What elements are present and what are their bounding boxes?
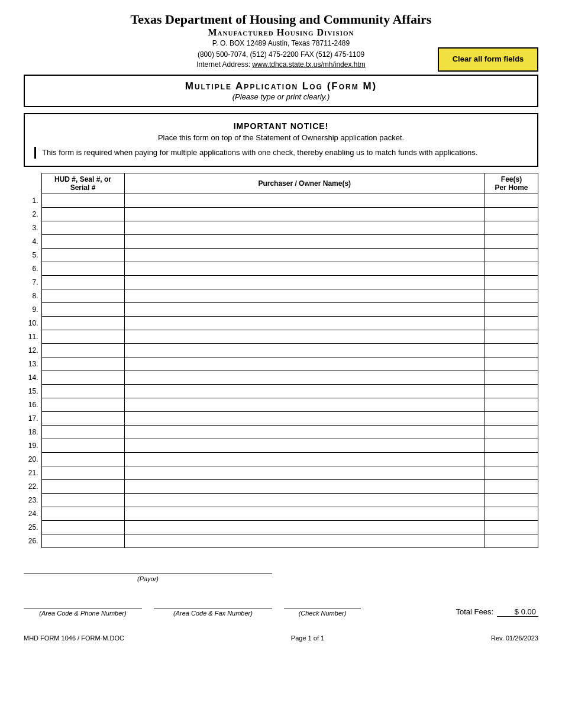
hud-input[interactable] (45, 223, 121, 233)
fee-cell (485, 520, 538, 534)
fee-input[interactable] (488, 508, 535, 519)
fee-input[interactable] (488, 400, 535, 410)
fee-input[interactable] (488, 304, 535, 315)
owner-name-input[interactable] (128, 345, 482, 356)
hud-input[interactable] (45, 468, 121, 478)
owner-name-input[interactable] (128, 372, 482, 383)
owner-name-input[interactable] (128, 508, 482, 519)
owner-name-input[interactable] (128, 413, 482, 424)
fee-input[interactable] (488, 236, 535, 247)
row-number: 3. (24, 221, 41, 234)
owner-name-input[interactable] (128, 318, 482, 328)
owner-name-input[interactable] (128, 195, 482, 206)
hud-input[interactable] (45, 250, 121, 260)
hud-input[interactable] (45, 236, 121, 247)
hud-input[interactable] (45, 209, 121, 220)
hud-input[interactable] (45, 427, 121, 437)
hud-input[interactable] (45, 413, 121, 424)
fee-input[interactable] (488, 345, 535, 356)
row-number: 6. (24, 262, 41, 275)
owner-name-input[interactable] (128, 359, 482, 369)
fee-cell (485, 479, 538, 493)
fax-input[interactable] (154, 594, 272, 608)
fee-input[interactable] (488, 277, 535, 288)
owner-name-input[interactable] (128, 277, 482, 288)
owner-name-input[interactable] (128, 304, 482, 315)
table-row: 11. (24, 330, 538, 343)
hud-cell (41, 398, 124, 411)
hud-input[interactable] (45, 345, 121, 356)
clear-all-button[interactable]: Clear all form fields (438, 47, 538, 72)
fee-input[interactable] (488, 318, 535, 328)
fee-input[interactable] (488, 413, 535, 424)
fee-input[interactable] (488, 359, 535, 369)
website-link[interactable]: www.tdhca.state.tx.us/mh/index.htm (252, 60, 365, 69)
owner-name-input[interactable] (128, 468, 482, 478)
hud-input[interactable] (45, 440, 121, 451)
hud-input[interactable] (45, 277, 121, 288)
hud-input[interactable] (45, 359, 121, 369)
owner-name-input[interactable] (128, 440, 482, 451)
hud-input[interactable] (45, 291, 121, 301)
hud-cell (41, 452, 124, 466)
fee-input[interactable] (488, 536, 535, 546)
owner-name-cell (124, 275, 485, 289)
owner-name-input[interactable] (128, 250, 482, 260)
owner-name-input[interactable] (128, 209, 482, 220)
fee-input[interactable] (488, 495, 535, 505)
fee-input[interactable] (488, 250, 535, 260)
owner-name-input[interactable] (128, 427, 482, 437)
owner-name-input[interactable] (128, 400, 482, 410)
hud-input[interactable] (45, 372, 121, 383)
fee-input[interactable] (488, 440, 535, 451)
hud-input[interactable] (45, 263, 121, 274)
owner-name-input[interactable] (128, 263, 482, 274)
row-number: 19. (24, 439, 41, 452)
fee-input[interactable] (488, 331, 535, 342)
fee-input[interactable] (488, 522, 535, 533)
fee-input[interactable] (488, 263, 535, 274)
owner-name-cell (124, 371, 485, 384)
fee-input[interactable] (488, 372, 535, 383)
hud-input[interactable] (45, 304, 121, 315)
fee-input[interactable] (488, 195, 535, 206)
check-input[interactable] (284, 594, 361, 608)
hud-input[interactable] (45, 508, 121, 519)
hud-input[interactable] (45, 331, 121, 342)
owner-name-input[interactable] (128, 454, 482, 465)
hud-cell (41, 248, 124, 262)
owner-name-input[interactable] (128, 331, 482, 342)
owner-name-input[interactable] (128, 536, 482, 546)
fee-input[interactable] (488, 386, 535, 397)
owner-name-input[interactable] (128, 236, 482, 247)
payor-input[interactable] (24, 560, 272, 574)
hud-input[interactable] (45, 386, 121, 397)
owner-name-cell (124, 194, 485, 207)
fee-input[interactable] (488, 209, 535, 220)
row-number: 9. (24, 302, 41, 316)
owner-name-input[interactable] (128, 495, 482, 505)
owner-name-input[interactable] (128, 522, 482, 533)
owner-name-input[interactable] (128, 223, 482, 233)
fee-input[interactable] (488, 291, 535, 301)
fee-input[interactable] (488, 427, 535, 437)
fee-input[interactable] (488, 223, 535, 233)
hud-input[interactable] (45, 522, 121, 533)
hud-input[interactable] (45, 495, 121, 505)
hud-cell (41, 221, 124, 234)
fee-input[interactable] (488, 481, 535, 492)
table-row: 17. (24, 411, 538, 425)
hud-input[interactable] (45, 481, 121, 492)
hud-input[interactable] (45, 454, 121, 465)
fee-input[interactable] (488, 468, 535, 478)
hud-input[interactable] (45, 318, 121, 328)
hud-input[interactable] (45, 195, 121, 206)
table-row: 14. (24, 371, 538, 384)
owner-name-input[interactable] (128, 291, 482, 301)
owner-name-input[interactable] (128, 481, 482, 492)
fee-input[interactable] (488, 454, 535, 465)
hud-input[interactable] (45, 400, 121, 410)
hud-input[interactable] (45, 536, 121, 546)
phone-input[interactable] (24, 594, 142, 608)
owner-name-input[interactable] (128, 386, 482, 397)
